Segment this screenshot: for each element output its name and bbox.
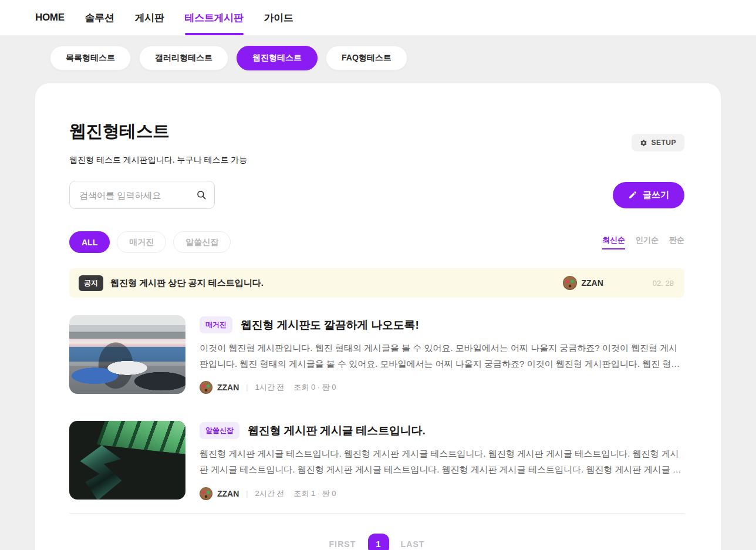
tab-list-test[interactable]: 목록형테스트: [50, 46, 131, 70]
pagination-last[interactable]: LAST: [401, 539, 425, 549]
meta-divider: |: [246, 490, 248, 498]
search-row: 글쓰기: [69, 181, 684, 209]
notice-row[interactable]: 공지 웹진형 게시판 상단 공지 테스트입니다. ZZAN 02. 28: [69, 268, 684, 298]
page-title: 웹진형테스트: [69, 120, 247, 143]
sort-zzan[interactable]: 짠순: [669, 235, 684, 249]
sort-options: 최신순 인기순 짠순: [602, 235, 684, 249]
setup-button-label: SETUP: [652, 139, 676, 147]
search-box: [69, 181, 215, 209]
post-title-row: 매거진 웹진형 게시판도 깔끔하게 나오도록!: [200, 316, 684, 333]
notice-date: 02. 28: [653, 279, 674, 288]
notice-badge: 공지: [79, 275, 103, 291]
post-author-name: ZZAN: [217, 383, 239, 392]
avatar: [200, 381, 212, 394]
category-filters: ALL 매거진 알쓸신잡: [69, 231, 231, 253]
search-input[interactable]: [79, 190, 196, 200]
notice-author-name: ZZAN: [582, 278, 603, 288]
board-tabs: 목록형테스트 갤러리형테스트 웹진형테스트 FAQ형테스트: [50, 46, 756, 70]
post-thumbnail-3d-logo[interactable]: [69, 421, 185, 500]
post-content: 매거진 웹진형 게시판도 깔끔하게 나오도록! 이것이 웹진형 게시판입니다. …: [200, 315, 684, 394]
search-icon[interactable]: [196, 190, 207, 200]
board-header-text: 웹진형테스트 웹진형 테스트 게시판입니다. 누구나 테스트 가능: [69, 120, 247, 166]
pagination-first[interactable]: FIRST: [329, 539, 356, 549]
nav-item-test-board[interactable]: 테스트게시판: [185, 0, 244, 35]
post-meta: ZZAN | 1시간 전 조회 0 · 짠 0: [200, 381, 684, 394]
post-stats: 조회 0 · 짠 0: [293, 382, 336, 393]
post-item[interactable]: 알쓸신잡 웹진형 게시판 게시글 테스트입니다. 웹진형 게시판 게시글 테스트…: [69, 421, 684, 500]
post-title-row: 알쓸신잡 웹진형 게시판 게시글 테스트입니다.: [200, 422, 684, 439]
nav-item-home[interactable]: HOME: [35, 0, 65, 35]
post-time: 1시간 전: [255, 382, 284, 393]
post-category-badge: 알쓸신잡: [200, 422, 239, 439]
thumbnail-art-green-text: [96, 421, 185, 454]
setup-button[interactable]: SETUP: [632, 134, 684, 151]
tab-gallery-test[interactable]: 갤러리형테스트: [139, 46, 228, 70]
post-excerpt: 이것이 웹진형 게시판입니다. 웹진 형태의 게시글을 볼 수 있어요. 모바일…: [200, 340, 684, 372]
thumbnail-art-bolt: [75, 443, 128, 500]
post-author-name: ZZAN: [217, 489, 239, 498]
post-stats: 조회 1 · 짠 0: [293, 488, 336, 499]
nav-item-solution[interactable]: 솔루션: [85, 0, 114, 35]
list-bottom-divider: [69, 513, 684, 514]
board-card: 웹진형테스트 웹진형 테스트 게시판입니다. 누구나 테스트 가능 SETUP …: [35, 83, 721, 550]
filter-row: ALL 매거진 알쓸신잡 최신순 인기순 짠순: [69, 231, 684, 253]
board-header: 웹진형테스트 웹진형 테스트 게시판입니다. 누구나 테스트 가능 SETUP: [69, 120, 684, 166]
meta-divider: |: [246, 383, 248, 392]
post-excerpt: 웹진형 게시판 게시글 테스트입니다. 웹진형 게시판 게시글 테스트입니다. …: [200, 446, 684, 477]
write-post-button[interactable]: 글쓰기: [613, 182, 684, 208]
post-title[interactable]: 웹진형 게시판도 깔끔하게 나오도록!: [241, 318, 419, 333]
pencil-icon: [628, 190, 637, 200]
top-navigation: HOME 솔루션 게시판 테스트게시판 가이드: [0, 0, 756, 35]
pagination: FIRST 1 LAST: [69, 534, 684, 550]
sort-latest[interactable]: 최신순: [602, 235, 625, 249]
post-thumbnail-racetrack[interactable]: [69, 315, 185, 394]
filter-all[interactable]: ALL: [69, 231, 110, 253]
pagination-page-1[interactable]: 1: [368, 534, 389, 550]
tab-faq-test[interactable]: FAQ형테스트: [326, 46, 407, 70]
filter-misc[interactable]: 알쓸신잡: [173, 231, 231, 253]
nav-item-board[interactable]: 게시판: [135, 0, 164, 35]
post-time: 2시간 전: [255, 488, 284, 499]
avatar: [200, 487, 212, 500]
gear-icon: [640, 139, 647, 147]
sort-popular[interactable]: 인기순: [636, 235, 659, 249]
tab-webzine-test[interactable]: 웹진형테스트: [237, 46, 318, 70]
filter-magazine[interactable]: 매거진: [117, 231, 166, 253]
avatar: [563, 276, 577, 290]
board-description: 웹진형 테스트 게시판입니다. 누구나 테스트 가능: [69, 155, 247, 166]
nav-item-guide[interactable]: 가이드: [264, 0, 293, 35]
notice-title: 웹진형 게시판 상단 공지 테스트입니다.: [110, 278, 563, 289]
post-item[interactable]: 매거진 웹진형 게시판도 깔끔하게 나오도록! 이것이 웹진형 게시판입니다. …: [69, 315, 684, 394]
write-post-label: 글쓰기: [643, 190, 669, 201]
post-title[interactable]: 웹진형 게시판 게시글 테스트입니다.: [248, 423, 426, 438]
post-category-badge: 매거진: [200, 316, 232, 333]
post-meta: ZZAN | 2시간 전 조회 1 · 짠 0: [200, 487, 684, 500]
notice-author: ZZAN: [563, 276, 603, 290]
post-content: 알쓸신잡 웹진형 게시판 게시글 테스트입니다. 웹진형 게시판 게시글 테스트…: [200, 421, 684, 500]
